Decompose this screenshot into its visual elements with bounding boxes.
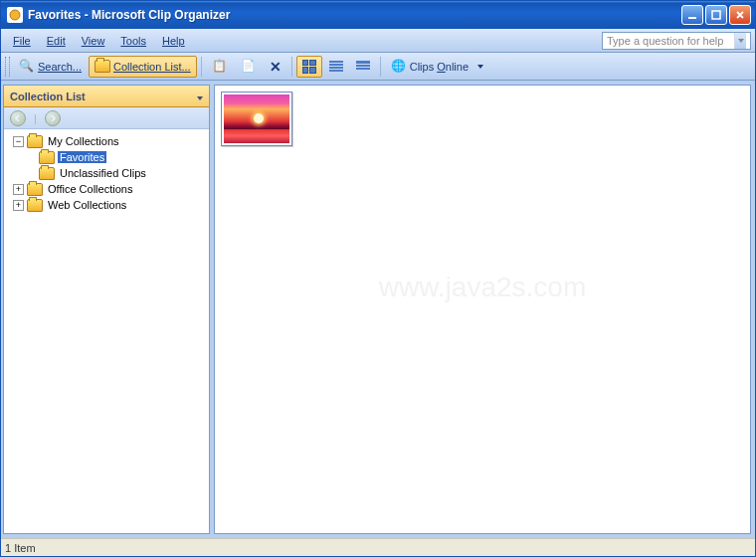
expand-icon[interactable]: + — [13, 200, 24, 211]
tree-node-favorites[interactable]: Favorites — [6, 149, 207, 165]
collapse-icon[interactable]: − — [13, 136, 24, 147]
pane-header[interactable]: Collection List — [4, 86, 209, 107]
pane-dropdown-icon[interactable] — [197, 91, 203, 102]
app-icon — [7, 7, 23, 23]
folder-icon — [27, 183, 43, 196]
details-view-button[interactable] — [350, 56, 376, 78]
copy-button[interactable] — [206, 56, 234, 78]
folder-icon — [39, 151, 55, 164]
tree-label: Web Collections — [46, 199, 128, 211]
tree-node-office-collections[interactable]: + Office Collections — [6, 181, 207, 197]
toolbar: Search... Collection List... ✕ Clips Onl… — [1, 53, 755, 81]
toolbar-separator — [201, 57, 202, 77]
globe-icon — [391, 59, 407, 75]
list-icon — [329, 61, 343, 73]
help-search-input[interactable]: Type a question for help — [602, 32, 751, 50]
close-button[interactable] — [729, 5, 751, 25]
folder-icon — [39, 167, 55, 180]
menu-help[interactable]: Help — [154, 32, 193, 50]
title-bar: Favorites - Microsoft Clip Organizer — [1, 1, 755, 29]
paste-button[interactable] — [235, 56, 263, 78]
clip-grid[interactable]: www.java2s.com — [214, 85, 751, 534]
menu-tools[interactable]: Tools — [112, 32, 154, 50]
pane-title: Collection List — [10, 91, 86, 102]
tree-node-unclassified[interactable]: Unclassified Clips — [6, 165, 207, 181]
search-icon — [19, 59, 35, 75]
details-icon — [356, 61, 370, 73]
search-button[interactable]: Search... — [13, 56, 88, 78]
folder-icon — [27, 199, 43, 212]
thumbnails-icon — [302, 60, 316, 74]
list-view-button[interactable] — [323, 56, 349, 78]
maximize-button[interactable] — [705, 5, 727, 25]
svg-point-0 — [10, 10, 20, 20]
watermark-text: www.java2s.com — [379, 272, 587, 303]
tree-label: My Collections — [46, 135, 121, 147]
folder-icon — [94, 60, 110, 73]
paste-icon — [241, 59, 257, 75]
clips-online-label: Clips Online — [410, 61, 469, 73]
minimize-button[interactable] — [681, 5, 703, 25]
collection-list-button[interactable]: Collection List... — [89, 56, 197, 78]
delete-icon: ✕ — [270, 59, 282, 75]
svg-rect-2 — [712, 11, 720, 19]
search-label: Search... — [38, 61, 82, 73]
pane-nav: | — [4, 107, 209, 129]
nav-back-button[interactable] — [10, 110, 26, 126]
svg-rect-1 — [688, 17, 696, 19]
toolbar-overflow-button[interactable] — [475, 56, 484, 78]
help-search-dropdown-icon[interactable] — [734, 33, 746, 49]
copy-icon — [212, 59, 228, 75]
tree-label: Unclassified Clips — [58, 167, 148, 179]
toolbar-grip-icon[interactable] — [5, 57, 10, 77]
clip-image — [224, 94, 289, 143]
toolbar-separator — [291, 57, 292, 77]
main-area: Collection List | − My Collections Favor — [1, 81, 755, 538]
clips-online-button[interactable]: Clips Online — [385, 56, 474, 78]
status-bar: 1 Item — [1, 538, 755, 556]
tree-node-my-collections[interactable]: − My Collections — [6, 133, 207, 149]
menu-file[interactable]: File — [5, 32, 39, 50]
clip-thumbnail[interactable] — [221, 92, 292, 146]
window-title: Favorites - Microsoft Clip Organizer — [28, 8, 681, 22]
nav-separator: | — [34, 112, 37, 124]
menu-view[interactable]: View — [74, 32, 113, 50]
status-text: 1 Item — [5, 542, 36, 554]
tree-label: Favorites — [58, 151, 106, 163]
folder-icon — [27, 135, 43, 148]
expand-icon[interactable]: + — [13, 184, 24, 195]
collection-tree[interactable]: − My Collections Favorites Unclassified … — [4, 129, 209, 533]
collection-list-pane: Collection List | − My Collections Favor — [3, 85, 210, 534]
help-search-placeholder: Type a question for help — [607, 35, 723, 47]
toolbar-separator — [380, 57, 381, 77]
thumbnails-view-button[interactable] — [296, 56, 322, 78]
tree-node-web-collections[interactable]: + Web Collections — [6, 197, 207, 213]
collection-list-label: Collection List... — [113, 61, 191, 73]
delete-button[interactable]: ✕ — [264, 56, 287, 78]
menu-bar: File Edit View Tools Help Type a questio… — [1, 29, 755, 53]
menu-edit[interactable]: Edit — [39, 32, 74, 50]
tree-label: Office Collections — [46, 183, 134, 195]
nav-forward-button[interactable] — [45, 110, 61, 126]
